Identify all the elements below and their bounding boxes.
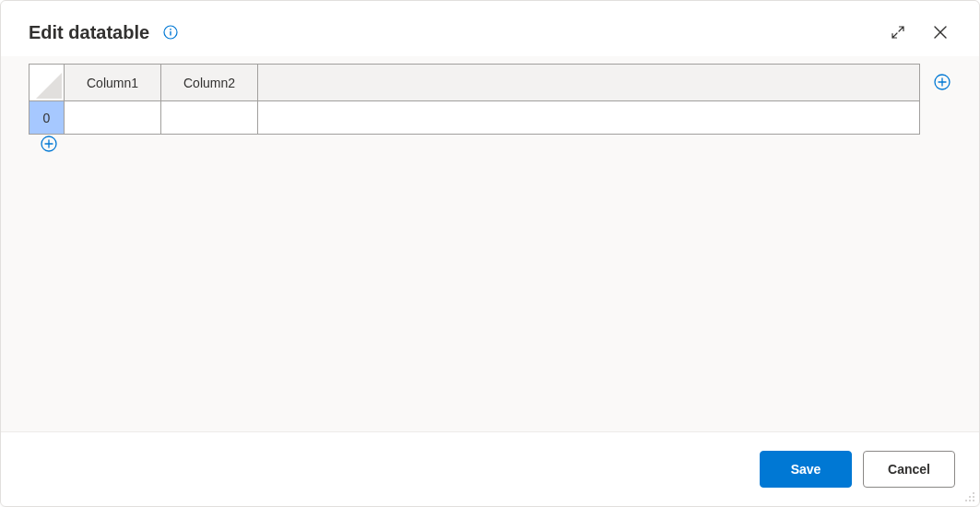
edit-datatable-dialog: Edit datatable [0,0,980,507]
cancel-button[interactable]: Cancel [863,451,955,488]
column-header[interactable]: Column1 [65,65,161,101]
svg-point-9 [969,500,971,501]
column-header[interactable] [258,65,920,101]
svg-point-6 [969,496,971,498]
svg-point-10 [973,500,974,501]
dialog-footer: Save Cancel [1,431,979,506]
dialog-header: Edit datatable [1,1,979,56]
datatable[interactable]: Column1 Column2 0 [29,64,920,135]
svg-rect-2 [170,31,171,36]
add-column-button[interactable] [933,73,951,91]
save-button[interactable]: Save [760,451,852,488]
close-icon[interactable] [926,18,955,47]
add-row-button[interactable] [40,135,58,153]
svg-point-5 [973,492,974,494]
info-icon[interactable] [162,24,179,41]
content-area: Column1 Column2 0 [1,56,979,431]
resize-grip-icon[interactable] [962,489,975,502]
column-header[interactable]: Column2 [161,65,258,101]
row-index-cell[interactable]: 0 [30,101,65,135]
expand-icon[interactable] [883,18,913,47]
datatable-container: Column1 Column2 0 [29,64,920,135]
table-row: 0 [30,101,920,135]
svg-point-1 [170,29,171,30]
data-cell[interactable] [258,101,920,135]
svg-point-7 [973,496,974,498]
corner-cell[interactable] [30,65,65,101]
svg-point-8 [965,500,967,501]
header-row: Column1 Column2 [30,65,920,101]
dialog-title: Edit datatable [29,22,149,43]
data-cell[interactable] [65,101,161,135]
data-cell[interactable] [161,101,258,135]
